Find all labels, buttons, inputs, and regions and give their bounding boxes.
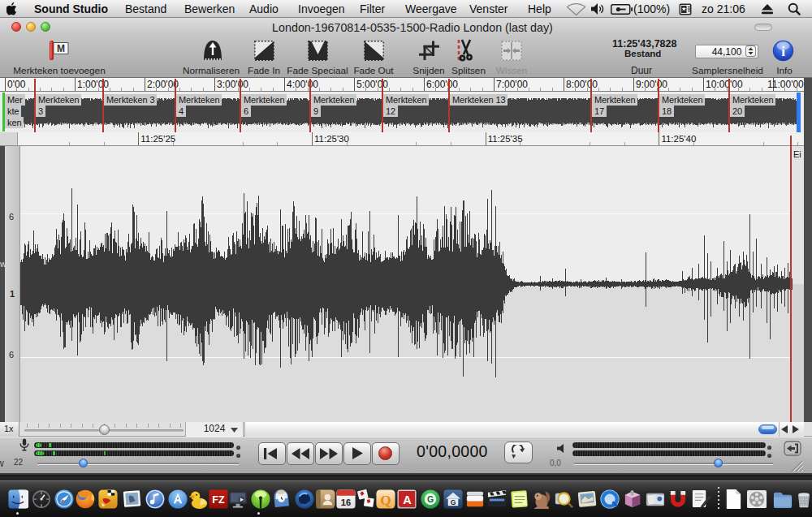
- svg-text:FZ: FZ: [212, 494, 225, 506]
- svg-text:16: 16: [341, 498, 351, 507]
- svg-text:Q: Q: [380, 493, 391, 508]
- svg-text:M: M: [57, 43, 65, 54]
- svg-text:G: G: [427, 494, 434, 504]
- svg-text:G: G: [451, 498, 456, 506]
- svg-text:A: A: [403, 493, 412, 506]
- svg-text:i: i: [781, 44, 785, 59]
